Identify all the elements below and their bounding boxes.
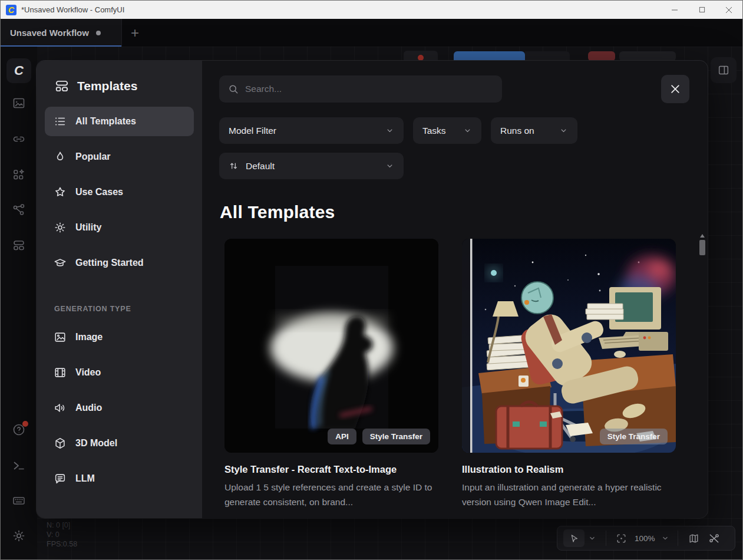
flame-icon [54, 150, 67, 163]
badge-api: API [328, 429, 356, 444]
template-description: Input an illustration and generate a hyp… [462, 480, 671, 510]
nav-item-video[interactable]: Video [45, 358, 194, 387]
template-card-illustration-to-realism[interactable]: Style Transfer Illustration to Realism I… [462, 239, 676, 510]
generation-type-label: GENERATION TYPE [37, 284, 202, 319]
settings-gear-icon[interactable] [12, 529, 26, 543]
nav-item-label: Video [75, 367, 101, 378]
scrollbar-thumb[interactable] [699, 240, 705, 255]
nav-item-label: Use Cases [75, 187, 123, 197]
toolbar-divider [606, 531, 606, 546]
section-heading: All Templates [220, 202, 335, 222]
speaker-icon [54, 401, 67, 414]
nav-item-getting-started[interactable]: Getting Started [45, 248, 194, 278]
app-window: C *Unsaved Workflow - ComfyUI Unsaved Wo… [0, 0, 743, 560]
occluded-toolbar-fragment [525, 51, 570, 61]
nav-item-label: Utility [75, 222, 101, 233]
sort-label: Default [246, 161, 275, 172]
nav-item-image[interactable]: Image [45, 322, 194, 352]
template-description: Upload 1 5 style references and create a… [224, 480, 434, 510]
nodes-sparkle-icon[interactable] [12, 167, 26, 182]
minimap-button[interactable] [684, 533, 704, 544]
tab-unsaved-workflow[interactable]: Unsaved Workflow [1, 19, 122, 47]
nav-item-popular[interactable]: Popular [45, 142, 194, 172]
template-thumbnail: Style Transfer [462, 239, 676, 453]
image-generate-icon[interactable] [12, 96, 26, 110]
templates-dialog-content: Model Filter Tasks Runs on [202, 61, 708, 518]
graduation-cap-icon [54, 256, 67, 269]
templates-dialog: Templates All Templates Popular [37, 61, 708, 518]
nav-item-3d-model[interactable]: 3D Model [45, 429, 194, 458]
chat-icon [54, 472, 67, 485]
nav-item-use-cases[interactable]: Use Cases [45, 177, 194, 207]
search-icon [227, 83, 239, 95]
zoom-level[interactable]: 100% [635, 534, 655, 543]
titlebar: C *Unsaved Workflow - ComfyUI [1, 1, 742, 19]
window-title: *Unsaved Workflow - ComfyUI [21, 5, 124, 14]
terminal-icon[interactable] [12, 459, 26, 473]
chevron-down-icon [385, 126, 394, 135]
templates-dialog-nav: Templates All Templates Popular [37, 61, 202, 518]
fit-view-button[interactable] [612, 533, 630, 544]
chevron-down-icon [559, 126, 568, 135]
tasks-dropdown[interactable]: Tasks [413, 117, 481, 144]
nav-item-label: Image [75, 332, 103, 342]
toggle-links-button[interactable] [704, 532, 724, 544]
nav-item-all-templates[interactable]: All Templates [45, 107, 194, 136]
sort-arrows-icon [229, 161, 239, 171]
notification-dot [22, 421, 28, 427]
search-input[interactable] [245, 84, 494, 94]
keyboard-icon[interactable] [12, 493, 26, 508]
scrollbar-up-arrow[interactable] [700, 234, 705, 238]
sort-dropdown[interactable]: Default [219, 153, 404, 179]
value-count: V: 0 [47, 530, 77, 539]
fps-counter: FPS:0.58 [47, 539, 77, 549]
toolbar-divider [678, 531, 678, 546]
chevron-down-icon [463, 126, 472, 135]
search-bar[interactable] [219, 75, 502, 103]
occluded-run-button-fragment [454, 51, 525, 61]
comfyui-home-button[interactable]: C [6, 58, 31, 83]
model-filter-label: Model Filter [229, 126, 276, 136]
canvas-stats: N: 0 [0] V: 0 FPS:0.58 [47, 521, 77, 549]
chevron-down-icon [385, 162, 394, 170]
dialog-title: Templates [77, 79, 137, 93]
badge-style-transfer: Style Transfer [600, 429, 668, 444]
nav-item-label: LLM [75, 473, 95, 484]
pointer-tool-dropdown-chevron[interactable] [585, 534, 600, 542]
template-card-style-transfer-recraft[interactable]: API Style Transfer Style Transfer - Recr… [224, 239, 438, 510]
zoom-dropdown-chevron[interactable] [659, 534, 672, 542]
nav-item-audio[interactable]: Audio [45, 393, 194, 423]
pointer-tool-button[interactable] [563, 529, 585, 547]
runs-on-label: Runs on [500, 126, 534, 136]
minimize-button[interactable] [661, 1, 688, 19]
template-title: Illustration to Realism [462, 464, 676, 475]
nav-item-label: 3D Model [75, 438, 117, 449]
dialog-header: Templates [37, 61, 202, 94]
star-icon [54, 186, 67, 199]
workflow-graph-icon[interactable] [12, 203, 26, 217]
model-filter-dropdown[interactable]: Model Filter [219, 117, 404, 144]
nav-item-llm[interactable]: LLM [45, 464, 194, 493]
left-sidebar-rail: C [1, 47, 37, 559]
gear-icon [54, 221, 67, 234]
sidebar-panel-toggle-button[interactable] [711, 57, 737, 83]
close-window-button[interactable] [715, 1, 742, 19]
tasks-label: Tasks [422, 126, 446, 136]
viewport-toolbar: 100% [557, 526, 735, 551]
occluded-toolbar-fragment [619, 51, 676, 61]
template-card-grid: API Style Transfer Style Transfer - Recr… [224, 239, 676, 510]
new-workflow-tab-button[interactable]: + [122, 19, 148, 47]
link-icon[interactable] [12, 132, 26, 146]
nav-item-utility[interactable]: Utility [45, 213, 194, 242]
templates-icon[interactable] [12, 238, 26, 252]
close-dialog-button[interactable] [661, 75, 689, 103]
runs-on-dropdown[interactable]: Runs on [491, 117, 577, 144]
maximize-button[interactable] [688, 1, 715, 19]
help-icon[interactable] [12, 423, 26, 437]
dialog-scrollbar[interactable] [699, 234, 706, 516]
unsaved-indicator-dot [96, 31, 101, 35]
badge-style-transfer: Style Transfer [362, 429, 430, 444]
nav-item-label: Getting Started [75, 258, 144, 268]
node-count: N: 0 [0] [47, 521, 77, 530]
occluded-badge-fragment [588, 51, 615, 61]
